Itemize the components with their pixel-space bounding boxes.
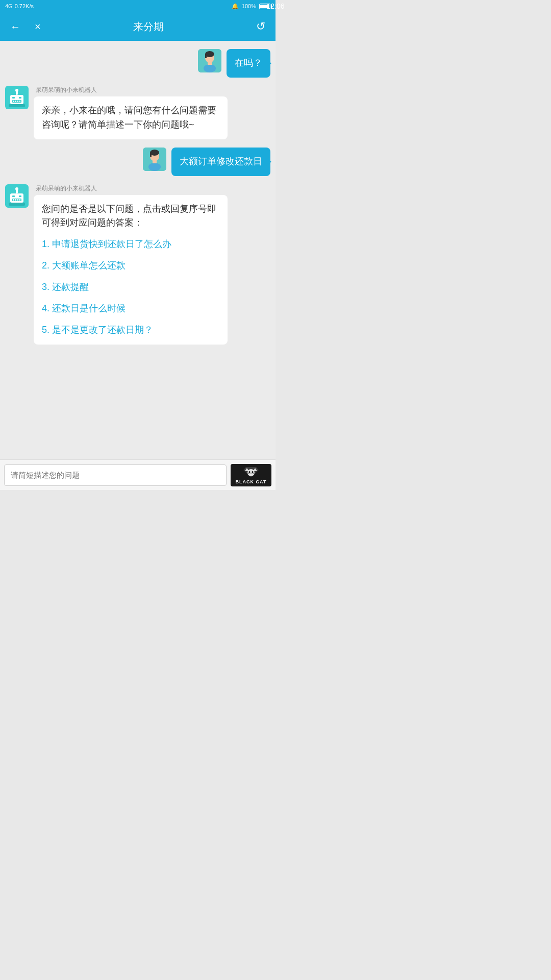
- bubble-col-bot-2: 呆萌呆萌的小来机器人 您问的是否是以下问题，点击或回复序号即可得到对应问题的答案…: [34, 184, 228, 345]
- user-avatar-1: [198, 49, 221, 72]
- message-row-4: 呆萌呆萌的小来机器人 您问的是否是以下问题，点击或回复序号即可得到对应问题的答案…: [5, 184, 270, 345]
- svg-rect-14: [19, 101, 20, 102]
- svg-rect-23: [153, 160, 157, 163]
- svg-rect-30: [15, 199, 16, 201]
- chat-area: 在吗？: [0, 41, 276, 459]
- user-avatar-2: [143, 148, 166, 171]
- bot-avatar-2: [5, 184, 29, 208]
- svg-point-22: [148, 163, 161, 171]
- svg-point-34: [15, 187, 18, 190]
- close-button[interactable]: ×: [33, 19, 43, 35]
- svg-point-16: [15, 89, 18, 92]
- svg-rect-27: [19, 195, 21, 197]
- svg-rect-35: [9, 203, 25, 206]
- message-row-1: 在吗？: [5, 49, 270, 78]
- svg-rect-11: [13, 101, 14, 102]
- svg-rect-17: [9, 104, 25, 107]
- svg-point-4: [204, 64, 216, 72]
- bot-link-5[interactable]: 5. 是不是更改了还款日期？: [42, 323, 219, 337]
- bubble-col-bot-1: 呆萌呆萌的小来机器人 亲亲，小来在的哦，请问您有什么问题需要咨询呢？请简单描述一…: [34, 86, 228, 139]
- bot-link-3[interactable]: 3. 还款提醒: [42, 280, 219, 295]
- svg-rect-3: [205, 54, 207, 58]
- message-row-3: 大额订单修改还款日: [5, 148, 270, 176]
- svg-line-42: [247, 473, 249, 474]
- black-cat-label: BLACK CAT: [236, 479, 267, 484]
- bot-link-2[interactable]: 2. 大额账单怎么还款: [42, 259, 219, 273]
- bot-bubble-1: 亲亲，小来在的哦，请问您有什么问题需要咨询呢？请简单描述一下你的问题哦~: [34, 96, 228, 139]
- black-cat-badge: BLACK CAT: [231, 464, 271, 486]
- svg-line-44: [253, 473, 255, 474]
- status-bar: 4G 0.72K/s 12:06 🔔 100%: [0, 0, 276, 12]
- svg-rect-32: [19, 199, 20, 201]
- svg-rect-9: [19, 97, 21, 99]
- svg-rect-7: [10, 95, 23, 104]
- user-bubble-2: 大额订单修改还款日: [171, 148, 270, 176]
- bot-avatar-1: [5, 86, 29, 109]
- bubble-col-user-1: 在吗？: [227, 49, 270, 78]
- svg-rect-26: [12, 195, 15, 197]
- svg-point-39: [249, 471, 251, 473]
- svg-point-40: [252, 471, 254, 473]
- page-title: 来分期: [43, 20, 254, 34]
- refresh-button[interactable]: ↺: [254, 18, 267, 35]
- bot-link-1[interactable]: 1. 申请退货快到还款日了怎么办: [42, 237, 219, 252]
- bot-sender-name-2: 呆萌呆萌的小来机器人: [34, 184, 228, 193]
- svg-point-38: [247, 469, 255, 476]
- bot-bubble-2: 您问的是否是以下问题，点击或回复序号即可得到对应问题的答案： 1. 申请退货快到…: [34, 195, 228, 345]
- input-bar: BLACK CAT: [0, 459, 276, 490]
- battery-percent: 100%: [242, 3, 256, 9]
- svg-rect-5: [208, 62, 212, 65]
- header: ← × 来分期 ↺: [0, 12, 276, 41]
- speed-text: 0.72K/s: [15, 3, 34, 9]
- bot-sender-name-1: 呆萌呆萌的小来机器人: [34, 86, 228, 94]
- battery-icon: [259, 4, 270, 9]
- svg-rect-13: [17, 101, 18, 102]
- svg-rect-31: [17, 199, 18, 201]
- status-right: 🔔 100%: [232, 3, 270, 10]
- bot-link-4[interactable]: 4. 还款日是什么时候: [42, 302, 219, 316]
- svg-rect-8: [12, 97, 15, 99]
- bot-intro-text: 您问的是否是以下问题，点击或回复序号即可得到对应问题的答案：: [42, 202, 219, 231]
- signal-icon: 4G: [5, 3, 13, 9]
- svg-rect-21: [150, 153, 152, 157]
- bubble-col-user-2: 大额订单修改还款日: [171, 148, 270, 176]
- svg-rect-12: [15, 101, 16, 102]
- user-bubble-1: 在吗？: [227, 49, 270, 78]
- status-left: 4G 0.72K/s: [5, 3, 34, 9]
- message-row-2: 呆萌呆萌的小来机器人 亲亲，小来在的哦，请问您有什么问题需要咨询呢？请简单描述一…: [5, 86, 270, 139]
- header-left: ← ×: [8, 19, 43, 35]
- svg-rect-29: [13, 199, 14, 201]
- chat-input[interactable]: [4, 464, 227, 486]
- bell-icon: 🔔: [232, 3, 239, 10]
- svg-rect-25: [10, 193, 23, 203]
- back-button[interactable]: ←: [8, 19, 22, 35]
